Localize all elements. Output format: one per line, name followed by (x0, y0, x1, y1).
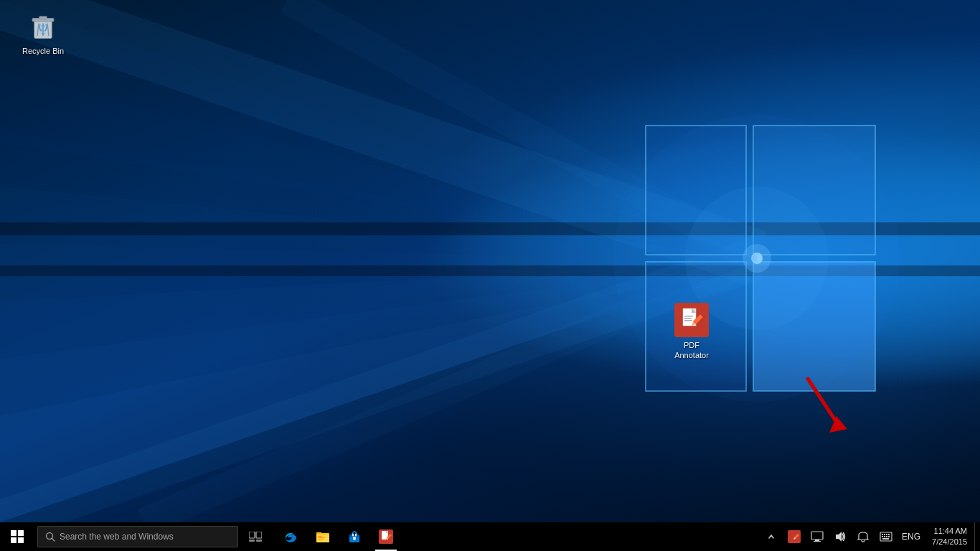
svg-rect-50 (249, 532, 255, 538)
pdf-annotator-taskbar-button[interactable] (370, 522, 402, 551)
store-taskbar-button[interactable] (339, 522, 370, 551)
recycle-bin-label: Recycle Bin (22, 46, 64, 56)
start-button[interactable] (0, 522, 34, 551)
language-text: ENG (902, 532, 920, 542)
file-explorer-taskbar-button[interactable] (307, 522, 339, 551)
taskbar-search[interactable]: Search the web and Windows (37, 526, 238, 547)
svg-rect-56 (318, 536, 322, 537)
volume-icon[interactable] (829, 522, 852, 551)
light-rays (0, 0, 980, 522)
svg-rect-62 (355, 534, 357, 537)
system-tray: ENG 11:44 AM 7/24/2015 (760, 522, 980, 551)
svg-rect-76 (888, 534, 890, 535)
svg-rect-55 (316, 534, 329, 542)
edge-taskbar-button[interactable] (275, 522, 307, 551)
svg-rect-32 (39, 17, 47, 19)
system-clock[interactable]: 11:44 AM 7/24/2015 (925, 522, 974, 551)
svg-rect-70 (814, 541, 821, 542)
notifications-icon[interactable] (852, 522, 875, 551)
svg-rect-68 (811, 532, 823, 540)
pdf-annotator-image (674, 303, 709, 337)
svg-marker-71 (836, 532, 842, 542)
pdf-annotator-label: PDF Annotator (666, 340, 717, 361)
clock-date: 7/24/2015 (932, 537, 967, 547)
svg-rect-74 (884, 534, 885, 535)
svg-rect-69 (815, 540, 819, 541)
svg-point-27 (613, 115, 900, 402)
svg-rect-60 (349, 534, 359, 537)
svg-rect-43 (684, 320, 692, 321)
show-hidden-icons-button[interactable] (760, 522, 783, 551)
svg-rect-44 (11, 530, 17, 536)
svg-rect-57 (318, 537, 325, 538)
svg-rect-81 (882, 538, 889, 540)
pdf-tray-icon[interactable] (783, 522, 806, 551)
svg-rect-47 (18, 537, 24, 543)
language-selector[interactable]: ENG (897, 522, 925, 551)
svg-rect-41 (684, 316, 693, 317)
keyboard-icon[interactable] (875, 522, 897, 551)
svg-rect-46 (11, 537, 17, 543)
svg-rect-77 (882, 536, 883, 537)
svg-rect-80 (888, 536, 890, 537)
svg-rect-73 (882, 534, 883, 535)
search-text: Search the web and Windows (60, 532, 174, 542)
svg-rect-53 (256, 540, 262, 542)
desktop: Recycle Bin (0, 0, 980, 522)
show-desktop-button[interactable] (974, 522, 980, 551)
recycle-bin-image (26, 9, 60, 43)
svg-rect-51 (256, 532, 262, 538)
svg-rect-67 (788, 530, 801, 543)
task-view-button[interactable] (241, 522, 270, 551)
display-icon[interactable] (806, 522, 829, 551)
svg-line-49 (52, 539, 55, 542)
taskbar-apps (275, 522, 760, 551)
svg-rect-75 (886, 534, 887, 535)
svg-rect-42 (684, 318, 692, 319)
taskbar: Search the web and Windows (0, 522, 980, 551)
svg-rect-61 (352, 534, 354, 537)
svg-rect-58 (318, 539, 324, 540)
svg-rect-52 (249, 540, 255, 542)
svg-rect-78 (884, 536, 885, 537)
red-arrow-annotation (793, 364, 851, 436)
svg-rect-79 (886, 536, 887, 537)
svg-rect-45 (18, 530, 24, 536)
pdf-annotator-desktop-icon[interactable]: PDF Annotator (663, 300, 720, 364)
clock-time: 11:44 AM (934, 526, 967, 537)
recycle-bin-icon[interactable]: Recycle Bin (14, 6, 72, 59)
